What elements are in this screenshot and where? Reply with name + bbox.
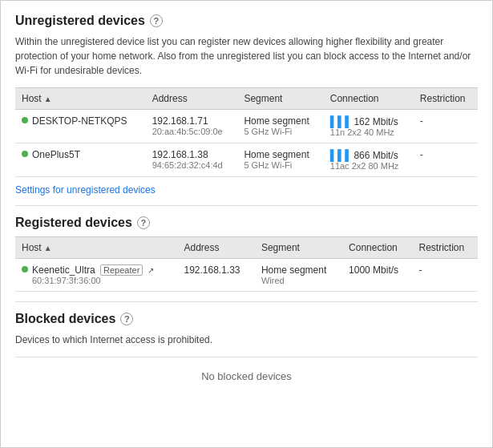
registered-title: Registered devices ?	[15, 216, 478, 230]
col-address-registered: Address	[177, 237, 254, 259]
repeater-badge: Repeater	[100, 264, 143, 276]
online-indicator	[22, 117, 28, 123]
online-indicator	[22, 151, 28, 157]
unregistered-table-header: Host ▲ Address Segment Connection Restri…	[15, 88, 478, 110]
table-row: OnePlus5T 192.168.1.38 94:65:2d:32:c4:4d…	[15, 143, 478, 177]
connection-cell: ▌▌▌866 Mbit/s 11ac 2x2 80 MHz	[324, 143, 414, 177]
registered-table-header: Host ▲ Address Segment Connection Restri…	[15, 237, 478, 259]
registered-title-text: Registered devices	[15, 216, 132, 230]
restriction-cell: -	[413, 259, 478, 292]
col-host-unregistered: Host ▲	[15, 88, 146, 110]
blocked-description: Devices to which Internet access is proh…	[15, 333, 478, 347]
blocked-title-text: Blocked devices	[15, 312, 115, 326]
online-indicator	[22, 266, 28, 272]
sort-arrow-icon: ▲	[44, 95, 52, 103]
divider-2	[15, 301, 478, 302]
settings-link[interactable]: Settings for unregistered devices	[15, 184, 156, 196]
main-container: Unregistered devices ? Within the unregi…	[1, 1, 492, 408]
unregistered-description: Within the unregistered device list you …	[15, 34, 478, 78]
signal-icon: ▌▌▌	[330, 149, 353, 161]
unregistered-title-text: Unregistered devices	[15, 14, 145, 28]
address-cell: 192.168.1.33	[177, 259, 254, 292]
col-connection-unregistered: Connection	[324, 88, 414, 110]
segment-cell: Home segment 5 GHz Wi-Fi	[237, 143, 323, 177]
table-row: DESKTOP-NETKQPS 192.168.1.71 20:aa:4b:5c…	[15, 110, 478, 143]
host-name[interactable]: DESKTOP-NETKQPS	[32, 115, 127, 127]
blocked-title: Blocked devices ?	[15, 312, 478, 326]
host-name[interactable]: OnePlus5T	[32, 149, 80, 160]
unregistered-table: Host ▲ Address Segment Connection Restri…	[15, 87, 478, 177]
col-restriction-unregistered: Restriction	[414, 88, 478, 110]
table-row: Keenetic_Ultra Repeater ↗ 60:31:97:3f:36…	[15, 259, 478, 292]
unregistered-title: Unregistered devices ?	[15, 14, 478, 28]
segment-cell: Home segment 5 GHz Wi-Fi	[237, 110, 323, 143]
host-cell: Keenetic_Ultra Repeater ↗ 60:31:97:3f:36…	[15, 259, 177, 292]
restriction-cell: -	[414, 143, 478, 177]
col-restriction-registered: Restriction	[413, 237, 478, 259]
address-cell: 192.168.1.38 94:65:2d:32:c4:4d	[146, 143, 238, 177]
signal-icon: ▌▌▌	[330, 115, 353, 127]
segment-cell: Home segment Wired	[255, 259, 342, 292]
divider-1	[15, 205, 478, 206]
connection-cell: 1000 Mbit/s	[342, 259, 412, 292]
host-cell: OnePlus5T	[15, 143, 146, 177]
restriction-cell: -	[414, 110, 478, 143]
registered-help-icon[interactable]: ?	[137, 216, 150, 229]
sort-arrow-registered-icon: ▲	[44, 244, 52, 252]
col-address-unregistered: Address	[146, 88, 238, 110]
registered-table: Host ▲ Address Segment Connection Restri…	[15, 236, 478, 292]
blocked-help-icon[interactable]: ?	[120, 313, 133, 325]
external-link-icon[interactable]: ↗	[147, 266, 154, 275]
connection-cell: ▌▌▌162 Mbit/s 11n 2x2 40 MHz	[324, 110, 414, 143]
address-cell: 192.168.1.71 20:aa:4b:5c:09:0e	[146, 110, 238, 143]
unregistered-help-icon[interactable]: ?	[150, 14, 163, 27]
col-connection-registered: Connection	[342, 237, 412, 259]
host-cell: DESKTOP-NETKQPS	[15, 110, 146, 143]
col-segment-unregistered: Segment	[237, 88, 323, 110]
host-name[interactable]: Keenetic_Ultra Repeater ↗	[32, 264, 154, 276]
no-blocked-devices: No blocked devices	[15, 357, 478, 395]
col-segment-registered: Segment	[255, 237, 342, 259]
col-host-registered: Host ▲	[15, 237, 177, 259]
